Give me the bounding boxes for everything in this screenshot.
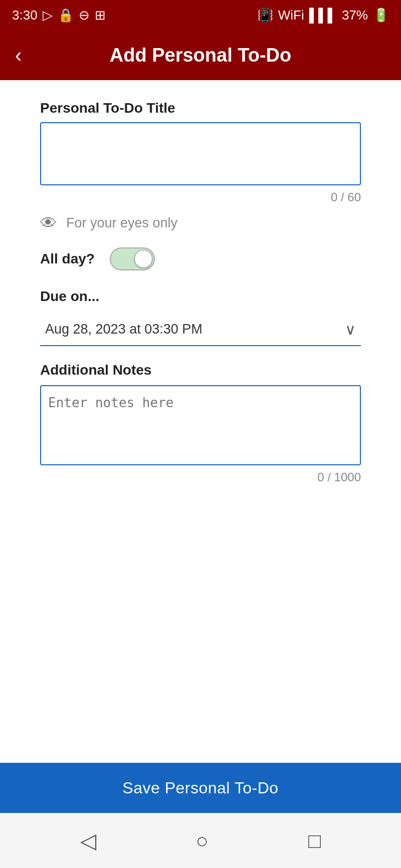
battery-text: 37% — [342, 8, 368, 23]
title-char-count: 0 / 60 — [40, 190, 361, 204]
toggle-knob — [134, 250, 152, 268]
play-icon: ▷ — [43, 8, 53, 23]
wifi-icon: WiFi — [278, 8, 304, 23]
plus-box-icon: ⊞ — [95, 8, 106, 23]
save-button[interactable]: Save Personal To-Do — [0, 763, 401, 813]
title-input[interactable] — [40, 122, 361, 185]
title-field-section: Personal To-Do Title 0 / 60 — [40, 100, 361, 212]
minus-circle-icon: ⊖ — [79, 8, 90, 23]
eyes-only-row: 👁 For your eyes only — [40, 214, 361, 231]
page-title: Add Personal To-Do — [110, 45, 291, 66]
nav-recent-button[interactable]: □ — [308, 829, 321, 853]
save-button-label: Save Personal To-Do — [122, 779, 278, 797]
notes-label: Additional Notes — [40, 362, 361, 378]
content-spacer — [40, 484, 361, 748]
nav-back-button[interactable]: ◁ — [80, 828, 96, 853]
back-button[interactable]: ‹ — [15, 45, 22, 65]
chevron-down-icon: ∨ — [345, 321, 356, 338]
eye-icon: 👁 — [40, 214, 57, 231]
battery-icon: 🔋 — [373, 8, 389, 23]
signal-icon: ▌▌▌ — [309, 8, 337, 23]
notes-input[interactable] — [40, 385, 361, 465]
lock-icon: 🔒 — [58, 8, 74, 23]
due-on-value: Aug 28, 2023 at 03:30 PM — [45, 322, 203, 337]
vibrate-icon: 📳 — [257, 8, 273, 23]
status-bar: 3:30 ▷ 🔒 ⊖ ⊞ 📳 WiFi ▌▌▌ 37% 🔋 — [0, 0, 401, 30]
due-on-dropdown[interactable]: Aug 28, 2023 at 03:30 PM ∨ — [40, 314, 361, 346]
bottom-nav: ◁ ○ □ — [0, 813, 401, 868]
all-day-row: All day? — [40, 247, 361, 270]
all-day-toggle[interactable] — [110, 247, 155, 270]
nav-home-button[interactable]: ○ — [196, 829, 209, 853]
eyes-only-text: For your eyes only — [66, 215, 177, 231]
status-time: 3:30 — [12, 8, 38, 23]
all-day-label: All day? — [40, 251, 95, 267]
app-header: ‹ Add Personal To-Do — [0, 30, 401, 80]
status-right: 📳 WiFi ▌▌▌ 37% 🔋 — [257, 8, 389, 23]
status-left: 3:30 ▷ 🔒 ⊖ ⊞ — [12, 8, 106, 23]
due-on-label: Due on... — [40, 288, 361, 305]
due-on-section: Due on... Aug 28, 2023 at 03:30 PM ∨ — [40, 288, 361, 346]
form-content: Personal To-Do Title 0 / 60 👁 For your e… — [0, 80, 401, 763]
notes-char-count: 0 / 1000 — [40, 470, 361, 484]
title-field-label: Personal To-Do Title — [40, 100, 361, 116]
notes-section: Additional Notes 0 / 1000 — [40, 362, 361, 484]
